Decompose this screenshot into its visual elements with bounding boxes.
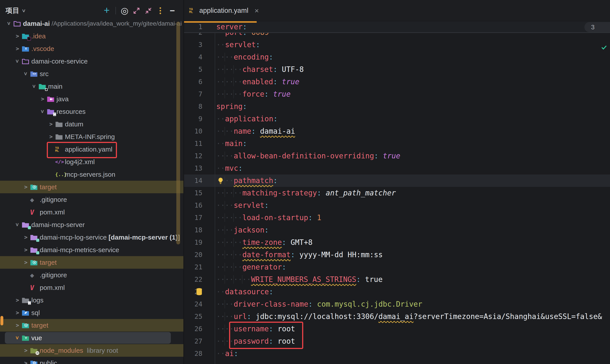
- code-line-8[interactable]: 8spring:: [184, 100, 610, 113]
- sql-icon: [22, 309, 31, 317]
- tree-item-main[interactable]: >main: [0, 80, 184, 93]
- hide-panel-icon[interactable]: −: [168, 7, 176, 15]
- chevron-collapsed-icon[interactable]: >: [22, 247, 30, 253]
- tree-item-node_modules[interactable]: >JSnode_modules library root: [0, 344, 184, 357]
- code-line-17[interactable]: 17······load-on-startup: 1: [184, 212, 610, 224]
- code-line-25[interactable]: 25····url: jdbc:mysql://localhost:3306/d…: [184, 310, 610, 323]
- tree-item-vue[interactable]: >Vvue: [0, 332, 184, 344]
- chevron-expanded-icon[interactable]: >: [30, 83, 38, 90]
- tree-item-damai-mcp-metrics-service[interactable]: >damai-mcp-metrics-service: [0, 244, 184, 256]
- code-line-24[interactable]: 24····driver-class-name: com.mysql.cj.jd…: [184, 298, 610, 310]
- code-line-21[interactable]: 21······generator:: [184, 261, 610, 273]
- chevron-collapsed-icon[interactable]: >: [22, 259, 30, 266]
- chevron-expanded-icon[interactable]: >: [13, 221, 22, 228]
- chevron-expanded-icon[interactable]: >: [13, 335, 22, 341]
- tree-item-mcp-servers.json[interactable]: {..}mcp-servers.json: [0, 168, 184, 181]
- code-line-3[interactable]: 3··servlet:: [184, 39, 610, 51]
- project-dropdown[interactable]: 项目: [5, 6, 19, 15]
- tree-item-damai-mcp-server[interactable]: >damai-mcp-server: [0, 218, 184, 231]
- tree-item-.idea[interactable]: >.idea: [0, 30, 184, 42]
- code-line-13[interactable]: 13··mvc:: [184, 162, 610, 174]
- logs-icon: [22, 296, 31, 304]
- tree-item-pom.xml[interactable]: Vpom.xml: [0, 206, 184, 218]
- tree-item-logs[interactable]: >logs: [0, 294, 184, 306]
- code-line-4[interactable]: 4····encoding:: [184, 51, 610, 63]
- editor-pane: 2··port: 60893··servlet:4····encoding:5·…: [184, 0, 610, 364]
- chevron-expanded-icon[interactable]: >: [13, 58, 22, 65]
- tree-item-src[interactable]: ><>src: [0, 67, 184, 80]
- chevron-collapsed-icon[interactable]: >: [13, 33, 22, 39]
- code-line-9[interactable]: 9··application:: [184, 113, 610, 125]
- database-source-icon[interactable]: [195, 288, 203, 296]
- sticky-line[interactable]: 1 server: 3 A: [184, 21, 610, 33]
- tree-highlight-application-yaml: [47, 142, 117, 158]
- code-line-11[interactable]: 11··main:: [184, 137, 610, 150]
- tree-item-datum[interactable]: >datum: [0, 118, 184, 130]
- tree-item-target[interactable]: >target: [0, 319, 184, 332]
- chevron-collapsed-icon[interactable]: >: [47, 121, 55, 127]
- tree-item-public[interactable]: >public: [0, 357, 184, 364]
- add-icon[interactable]: +: [103, 6, 111, 14]
- code-line-19[interactable]: 19······time-zone: GMT+8: [184, 236, 610, 249]
- code-line-18[interactable]: 18····jackson:: [184, 224, 610, 236]
- main-icon: [38, 82, 48, 91]
- intention-bulb-icon[interactable]: [216, 177, 225, 185]
- chevron-collapsed-icon[interactable]: >: [22, 234, 30, 240]
- panel-splitter[interactable]: [183, 0, 184, 364]
- tree-item-.gitignore[interactable]: ◆.gitignore: [0, 269, 184, 281]
- idea-icon: [22, 32, 31, 40]
- chevron-collapsed-icon[interactable]: >: [13, 45, 22, 52]
- code-line-23[interactable]: 23··datasource:: [184, 286, 610, 298]
- chevron-collapsed-icon[interactable]: >: [47, 133, 55, 140]
- code-line-5[interactable]: 5······charset: UTF-8: [184, 63, 610, 76]
- code-line-12[interactable]: 12····allow-bean-definition-overriding: …: [184, 150, 610, 162]
- inspections-widget[interactable]: 3 A: [584, 22, 610, 32]
- toolbar-separator: [115, 7, 116, 14]
- code-line-16[interactable]: 16····servlet:: [184, 199, 610, 212]
- tree-item-label: pom.xml: [40, 284, 65, 291]
- chevron-expanded-icon[interactable]: >: [22, 71, 30, 77]
- tree-item-target[interactable]: >target: [0, 181, 184, 193]
- mvn-icon: V: [30, 284, 40, 292]
- code-line-28[interactable]: 28··ai:: [184, 348, 610, 360]
- tree-item-pom.xml[interactable]: Vpom.xml: [0, 281, 184, 294]
- chevron-collapsed-icon[interactable]: >: [13, 297, 22, 303]
- vue-icon: V: [22, 334, 31, 342]
- code-line-20[interactable]: 20······date-format: yyyy-MM-dd HH:mm:ss: [184, 249, 610, 261]
- code-line-7[interactable]: 7······force: true: [184, 88, 610, 100]
- chevron-collapsed-icon[interactable]: >: [22, 347, 30, 354]
- locate-file-icon[interactable]: ◎: [120, 7, 129, 15]
- tree-item-label: pom.xml: [40, 208, 65, 216]
- collapse-all-icon[interactable]: [144, 7, 153, 15]
- chevron-expanded-icon[interactable]: >: [5, 20, 13, 27]
- tree-item-damai-mcp-log-service[interactable]: >damai-mcp-log-service [damai-mcp-server…: [0, 231, 184, 244]
- chevron-collapsed-icon[interactable]: >: [38, 96, 47, 102]
- chevron-collapsed-icon[interactable]: >: [22, 360, 30, 364]
- tree-item-.vscode[interactable]: >X.vscode: [0, 42, 184, 55]
- tree-item-java[interactable]: >java: [0, 93, 184, 105]
- tree-item-target[interactable]: >target: [0, 256, 184, 269]
- tree-item-damai-core-service[interactable]: >damai-core-service: [0, 55, 184, 67]
- chevron-expanded-icon[interactable]: >: [38, 108, 47, 115]
- tree-item-META-INF.spring[interactable]: >META-INF.spring: [0, 130, 184, 143]
- project-panel: 项目 ∨ + ◎ − >damai-ai /Applications/java/…: [0, 0, 184, 364]
- more-options-icon[interactable]: [156, 7, 164, 15]
- chevron-collapsed-icon[interactable]: >: [13, 322, 22, 328]
- tab-application-yaml[interactable]: YAML application.yaml ×: [184, 0, 265, 21]
- line-number: 20: [184, 249, 215, 261]
- code-line-15[interactable]: 15······matching-strategy: ant_path_matc…: [184, 187, 610, 199]
- tree-item-damai-ai[interactable]: >damai-ai /Applications/java/idea_work_m…: [0, 17, 184, 30]
- code-line-10[interactable]: 10····name: damai-ai: [184, 125, 610, 137]
- code-line-6[interactable]: 6······enabled: true: [184, 76, 610, 88]
- code-line-22[interactable]: 22········WRITE_NUMBERS_AS_STRINGS: true: [184, 273, 610, 286]
- tree-item-sql[interactable]: >sql: [0, 306, 184, 319]
- chevron-collapsed-icon[interactable]: >: [22, 184, 30, 190]
- tree-scrollbar-thumb[interactable]: [176, 22, 180, 245]
- tree-item-resources[interactable]: >resources: [0, 105, 184, 118]
- line-number: 24: [184, 298, 215, 310]
- chevron-collapsed-icon[interactable]: >: [13, 310, 22, 316]
- expand-all-icon[interactable]: [133, 7, 141, 15]
- code-line-14[interactable]: 14····pathmatch:: [184, 174, 610, 187]
- line-number: 12: [184, 150, 215, 162]
- tree-item-.gitignore[interactable]: ◆.gitignore: [0, 193, 184, 206]
